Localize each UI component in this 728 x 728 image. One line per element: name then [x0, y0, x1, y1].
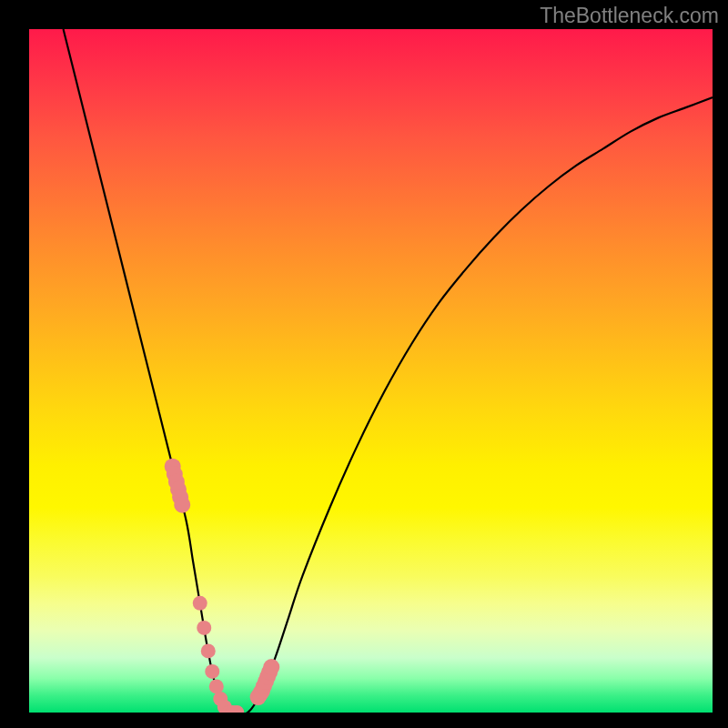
svg-point-17	[205, 664, 219, 679]
watermark-text: TheBottleneck.com	[540, 4, 719, 28]
svg-point-16	[201, 643, 216, 658]
bottleneck-curve	[29, 29, 713, 713]
svg-point-15	[197, 621, 211, 635]
svg-point-13	[263, 659, 279, 675]
curve-beads	[165, 459, 280, 713]
svg-point-5	[174, 497, 190, 513]
chart-area	[29, 29, 713, 713]
svg-point-14	[193, 596, 207, 611]
